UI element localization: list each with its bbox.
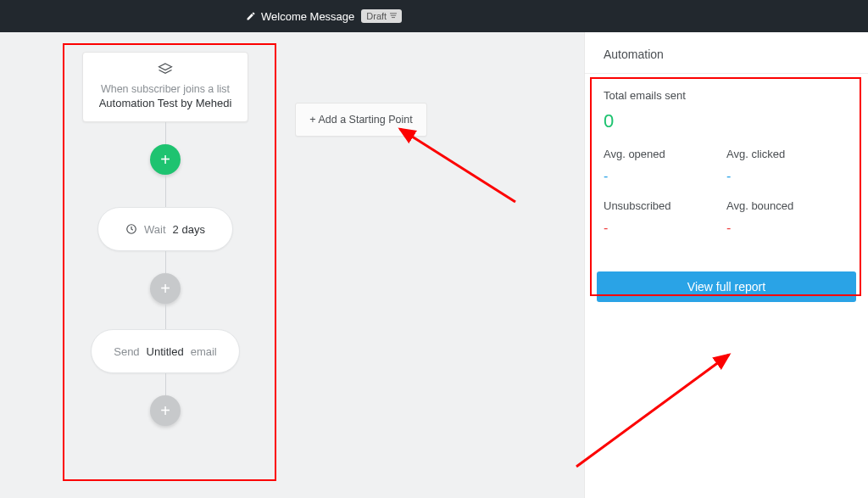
- total-sent-value: 0: [604, 110, 849, 132]
- stats-panel: Total emails sent 0 Avg. opened - Avg. c…: [585, 74, 868, 256]
- send-prefix: Send: [114, 345, 139, 358]
- trigger-list-name: Automation Test by Mehedi: [92, 97, 239, 109]
- connector: [165, 373, 166, 395]
- wait-prefix: Wait: [144, 223, 166, 236]
- add-starting-point-button[interactable]: + Add a Starting Point: [295, 103, 427, 137]
- svg-line-2: [576, 355, 729, 467]
- wait-node[interactable]: Wait 2 days: [97, 207, 233, 251]
- connector: [165, 251, 166, 273]
- connector: [165, 175, 166, 207]
- send-suffix: email: [191, 345, 217, 358]
- wait-duration: 2 days: [173, 223, 205, 236]
- automation-title[interactable]: Welcome Message: [261, 10, 354, 23]
- add-step-button-grey[interactable]: +: [150, 273, 181, 304]
- add-step-button[interactable]: +: [150, 144, 181, 175]
- svg-line-1: [400, 129, 515, 202]
- pencil-icon: [246, 11, 256, 21]
- top-bar: Welcome Message Draft: [0, 0, 868, 32]
- automation-canvas[interactable]: When subscriber joins a list Automation …: [0, 32, 584, 498]
- annotation-arrow-2: [551, 339, 771, 475]
- view-full-report-button[interactable]: View full report: [597, 271, 856, 302]
- stats-sidebar: Automation Total emails sent 0 Avg. open…: [584, 32, 868, 498]
- add-step-button-grey-2[interactable]: +: [150, 395, 181, 426]
- add-starting-point-label: + Add a Starting Point: [309, 114, 412, 126]
- avg-clicked-label: Avg. clicked: [726, 148, 849, 160]
- status-badge: Draft: [361, 9, 402, 23]
- trigger-condition: When subscriber joins a list: [92, 83, 239, 95]
- avg-opened-label: Avg. opened: [604, 148, 726, 160]
- send-email-node[interactable]: Send Untitled email: [91, 329, 240, 373]
- connector: [165, 304, 166, 329]
- avg-bounced-value: -: [726, 221, 849, 236]
- flow-column: When subscriber joins a list Automation …: [82, 52, 248, 426]
- unsubscribed-value: -: [604, 221, 726, 236]
- avg-opened-value: -: [604, 169, 726, 184]
- trigger-node[interactable]: When subscriber joins a list Automation …: [82, 52, 248, 122]
- sidebar-heading: Automation: [585, 48, 868, 74]
- avg-bounced-label: Avg. bounced: [726, 199, 849, 212]
- total-sent-label: Total emails sent: [604, 89, 849, 102]
- connector: [165, 122, 166, 144]
- status-badge-text: Draft: [366, 11, 387, 21]
- send-email-name: Untitled: [147, 345, 184, 358]
- layers-icon: [92, 63, 239, 78]
- avg-clicked-value: -: [726, 169, 849, 184]
- unsubscribed-label: Unsubscribed: [604, 199, 726, 212]
- clock-icon: [125, 223, 137, 235]
